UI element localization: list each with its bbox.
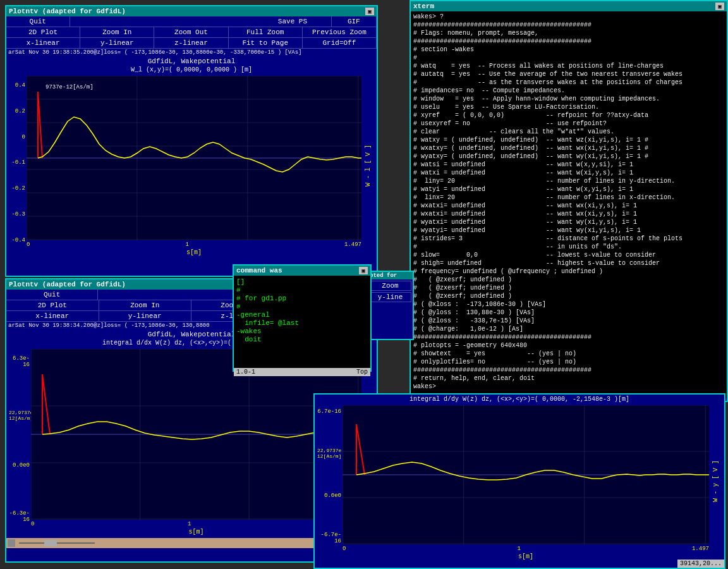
xterm-line: #	[413, 54, 724, 62]
x-axis-1: 1	[185, 242, 188, 248]
xterm-line: # wxatxi= undefined -- want wx(xi,y,s), …	[413, 202, 724, 210]
plotntv-toolbar: Quit Save PS GIF 2D Plot Zoom In Zoom Ou…	[6, 16, 377, 49]
zoom-in2-button[interactable]: Zoom In	[99, 300, 192, 310]
y-axis-zero: 0	[9, 134, 25, 140]
y-axis-max: 0.4	[9, 82, 25, 89]
adapted-title-bar: pted for	[368, 272, 413, 279]
x-linear-button[interactable]: x-linear	[6, 38, 80, 48]
xterm-line: # uselu = yes -- Use Sparse LU-Factorisa…	[413, 103, 724, 111]
xterm-line: # xyref = ( 0,0, 0,0) -- refpoint for ??…	[413, 111, 724, 119]
command-line: doit	[236, 336, 368, 344]
xterm-line: # linx= 20 -- number of lines in x-direc…	[413, 193, 724, 202]
command-status-2: Top	[356, 369, 368, 376]
xterm-line: ########################################…	[413, 366, 724, 374]
save-ps-button[interactable]: Save PS	[254, 16, 331, 27]
x-linear2-button[interactable]: x-linear	[6, 311, 99, 321]
command-status-1: 1.0-1	[236, 369, 255, 376]
x-axis-0: 0	[27, 242, 30, 248]
x3-axis-0: 0	[343, 546, 346, 552]
xterm-line: # wxatxy= ( undefined, undefined) -- wan…	[413, 144, 724, 152]
y-linear2-button[interactable]: y-linear	[99, 311, 192, 321]
command-line: #	[236, 286, 368, 295]
xterm-line: # clear -- clears all the "w*at*" values…	[413, 128, 724, 136]
xterm-line: # wyatxi= undefined -- want wy(xi,y,s), …	[413, 218, 724, 226]
y2-axis-max: 6.3e-16	[9, 355, 30, 368]
command-line: -general	[236, 311, 368, 319]
xterm-line: # ( @charge: 1,0e-12 ) [As]	[413, 325, 724, 333]
y-linear-button[interactable]: y-linear	[80, 38, 154, 48]
command-window: command was ▣ []## for gd1.pp#-general i…	[233, 264, 372, 372]
adapted-yline-button[interactable]: y-line	[369, 292, 411, 302]
x2-axis-1: 1	[188, 521, 191, 527]
scrollbar-svg	[6, 538, 101, 548]
xterm-line: # liny= 20 -- number of lines in y-direc…	[413, 177, 724, 185]
toolbar-row-1: Quit Save PS GIF	[6, 16, 377, 27]
toolbar-row-3: x-linear y-linear z-linear Fit to Page G…	[6, 38, 377, 49]
xterm-line: # usexyref = no -- use refpoint?	[413, 119, 724, 128]
xterm-close-button[interactable]: ▣	[715, 3, 724, 10]
xterm-line: # watyi = undefined -- want w(x,yi,s), i…	[413, 185, 724, 193]
plot-subtitle-1: W_l (x,y)=( 0,0000, 0,0000 ) [m]	[9, 66, 374, 73]
x3-axis-label: s[m]	[343, 553, 709, 560]
full-zoom-button[interactable]: Full Zoom	[229, 27, 303, 37]
prev-zoom-button[interactable]: Previous Zoom	[303, 27, 377, 37]
xterm-line: wakes>	[413, 382, 724, 391]
grid-off-button[interactable]: Grid=Off	[303, 38, 377, 48]
xterm-line: # watq = yes -- Process all wakes at pos…	[413, 62, 724, 70]
command-title-bar: command was ▣	[234, 266, 370, 276]
plot3-subtitle: integral d/dy W(z) dz, (<x>,<y>)=( 0,000…	[317, 396, 722, 403]
xterm-line: # istrides= 3 -- distance of s-points of…	[413, 235, 724, 243]
svg-line-40	[356, 424, 365, 475]
xterm-content[interactable]: wakes> ?################################…	[411, 11, 727, 398]
xterm-line: # watxi = undefined -- want w(xi,y,s), i…	[413, 169, 724, 177]
x2-axis-label: s[m]	[31, 529, 361, 535]
command-close-button[interactable]: ▣	[359, 267, 368, 274]
plotntv-main-window: Plotntv (adapted for GdfidL) ▣ Quit Save…	[5, 5, 378, 277]
command-title-text: command was	[236, 267, 282, 274]
svg-text:9737e-12[As/m]: 9737e-12[As/m]	[46, 84, 94, 90]
z-linear-button[interactable]: z-linear	[154, 38, 228, 48]
2d-plot2-button[interactable]: 2D Plot	[6, 300, 99, 310]
y3-axis-max: 6.7e-16	[317, 408, 341, 415]
svg-line-14	[38, 92, 42, 158]
xterm-line: wakes> ?	[413, 13, 724, 21]
2d-plot-button[interactable]: 2D Plot	[6, 27, 80, 37]
xterm-line: # wyatxy= ( undefined, undefined) -- wan…	[413, 152, 724, 161]
adapted-zoom-button[interactable]: Zoom	[369, 281, 411, 291]
xterm-line: # wxatxi= undefined -- want wx(xi,y,s), …	[413, 210, 724, 218]
adapted-title-text: pted for	[370, 272, 397, 279]
xterm-line: # impedances= no -- Compute impedances.	[413, 87, 724, 95]
gif-button[interactable]: GIF	[332, 16, 377, 27]
xterm-line: # frequency= undefined ( @ufrequency ; u…	[413, 267, 724, 276]
x3-axis-1: 1	[517, 546, 520, 552]
zoom-out-button[interactable]: Zoom Out	[154, 27, 228, 37]
zoom-in-button[interactable]: Zoom In	[80, 27, 154, 37]
xterm-line: ########################################…	[413, 21, 724, 29]
main-plot-svg: 9737e-12[As/m]	[27, 76, 361, 240]
xterm-line: # Flags: nomenu, prompt, message,	[413, 29, 724, 37]
plotntv-close-button[interactable]: ▣	[365, 8, 374, 15]
quit-button[interactable]: Quit	[6, 16, 70, 27]
x2-axis-0: 0	[31, 521, 34, 527]
xterm-line: # shigh= undefined -- highest s-value to…	[413, 259, 724, 267]
xterm-line: # plotopts = -geometry 640x480	[413, 341, 724, 350]
xterm-line: # slow= 0,0 -- lowest s-value to conside…	[413, 251, 724, 259]
y3-peak-label: 22,9737e-12[As/m]	[317, 448, 341, 459]
command-content[interactable]: []## for gd1.pp#-general infile= @last-w…	[234, 276, 370, 368]
xterm-line: # -- in units of "ds".	[413, 243, 724, 251]
quit2-button[interactable]: Quit	[6, 290, 98, 300]
plotntv-title-text: Plotntv (adapted for GdfidL)	[9, 8, 126, 15]
y-axis-mid4: -0.3	[9, 211, 25, 217]
fit-to-page-button[interactable]: Fit to Page	[229, 38, 303, 48]
xterm-window: xterm ▣ wakes> ?########################…	[410, 0, 728, 402]
xterm-line: # ( @zloss : -338,7e-15) [VAs]	[413, 317, 724, 325]
xterm-line: # onlyplotfiles= no -- (yes | no)	[413, 358, 724, 366]
xterm-title-bar: xterm ▣	[411, 1, 727, 11]
tertiary-plot-svg	[343, 405, 709, 544]
svg-rect-29	[44, 540, 57, 546]
plotntv-tertiary-window: integral d/dy W(z) dz, (<x>,<y>)=( 0,000…	[313, 393, 725, 569]
xterm-line: # -- as the transverse wakes at the posi…	[413, 78, 724, 87]
xterm-line: # ( @yloss : 130,88e-30 ) [VAs]	[413, 309, 724, 317]
xterm-line: # watxy = ( undefined, undefined) -- wan…	[413, 136, 724, 144]
svg-line-26	[42, 374, 50, 434]
